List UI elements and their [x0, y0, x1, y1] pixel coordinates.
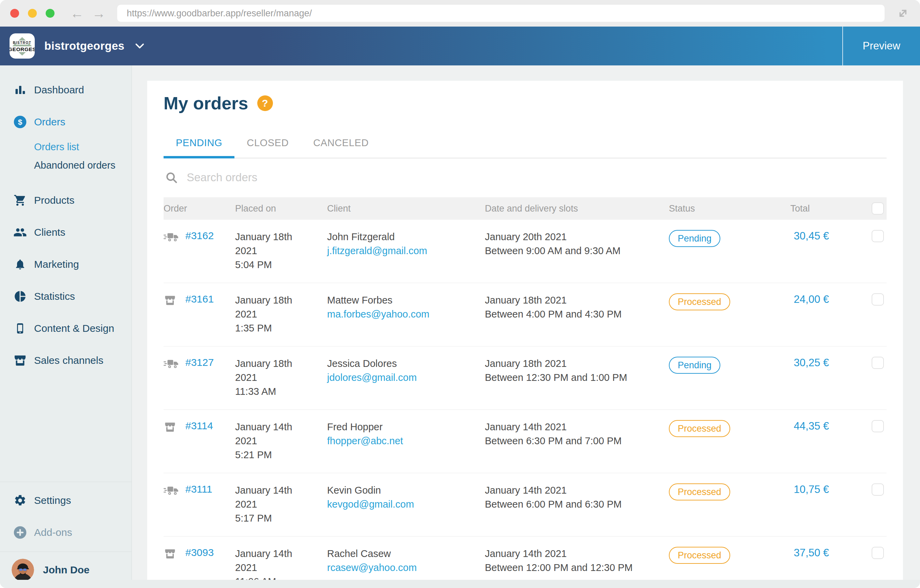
status-badge: Pending [669, 230, 720, 247]
client-email-link[interactable]: fhopper@abc.net [327, 434, 485, 448]
window-bottom-edge [0, 580, 920, 588]
row-checkbox[interactable] [871, 293, 884, 306]
select-all-checkbox[interactable] [871, 202, 884, 215]
sidebar-item-marketing[interactable]: Marketing [0, 253, 131, 275]
search-input[interactable] [186, 171, 885, 184]
order-id-link[interactable]: #3127 [185, 357, 214, 368]
close-window-button[interactable] [10, 9, 19, 18]
client-email-link[interactable]: ma.forbes@yahoo.com [327, 307, 485, 321]
placed-time: 5:21 PM [235, 448, 327, 462]
sidebar-item-products[interactable]: Products [0, 190, 131, 211]
client-email-link[interactable]: jdolores@gmail.com [327, 371, 485, 385]
table-row[interactable]: #3111 January 14th 2021 5:17 PM Kevin Go… [164, 473, 887, 536]
table-row[interactable]: #3162 January 18th 2021 5:04 PM John Fit… [164, 220, 887, 283]
delivery-slot: Between 4:00 PM and 4:30 PM [485, 307, 669, 321]
sidebar-item-label: Statistics [34, 291, 75, 302]
tab-pending[interactable]: PENDING [164, 130, 235, 159]
status-badge: Processed [669, 547, 730, 564]
search-icon [165, 171, 178, 184]
column-header-client: Client [327, 203, 485, 214]
sidebar-item-sales-channels[interactable]: Sales channels [0, 350, 131, 371]
client-email-link[interactable]: j.fitzgerald@gmail.com [327, 244, 485, 258]
order-total: 44,35 € [771, 420, 829, 432]
search-bar [164, 162, 887, 193]
client-email-link[interactable]: rcasew@yahoo.com [327, 561, 485, 575]
orders-card: My orders ? PENDING CLOSED CANCELED Orde… [147, 81, 903, 588]
expand-icon[interactable] [896, 6, 910, 20]
workspace-switcher[interactable]: BISTROT GEORGES bistrotgeorges [0, 33, 144, 58]
sidebar-item-content-design[interactable]: Content & Design [0, 317, 131, 339]
gear-icon [12, 494, 28, 507]
status-badge: Processed [669, 420, 730, 437]
smartphone-icon [12, 322, 28, 335]
order-id-link[interactable]: #3093 [185, 547, 214, 558]
delivery-slot: Between 12:00 PM and 12:30 PM [485, 561, 669, 575]
order-id-link[interactable]: #3114 [185, 420, 213, 432]
sidebar-item-label: Add-ons [34, 527, 72, 538]
client-name: Rachel Casew [327, 547, 485, 561]
delivery-slot: Between 6:30 PM and 7:00 PM [485, 434, 669, 448]
sidebar-item-orders-list[interactable]: Orders list [0, 138, 131, 156]
client-email-link[interactable]: kevgod@gmail.com [327, 497, 485, 511]
forward-icon[interactable]: → [92, 6, 105, 20]
order-total: 24,00 € [771, 293, 829, 306]
table-row[interactable]: #3161 January 18th 2021 1:35 PM Mattew F… [164, 283, 887, 347]
sidebar-item-orders[interactable]: $ Orders [0, 111, 131, 133]
page-title: My orders [164, 93, 248, 113]
store-pickup-icon [164, 295, 179, 308]
sidebar-divider [0, 482, 131, 482]
delivery-slot: Between 12:30 PM and 1:00 PM [485, 371, 669, 385]
sidebar-item-abandoned-orders[interactable]: Abandoned orders [0, 156, 131, 175]
sidebar-item-settings[interactable]: Settings [0, 489, 131, 511]
people-icon [12, 225, 28, 239]
row-checkbox[interactable] [871, 420, 884, 432]
row-checkbox[interactable] [871, 230, 884, 242]
delivery-truck-icon [164, 358, 179, 371]
order-id-link[interactable]: #3162 [185, 230, 214, 241]
delivery-date: January 18th 2021 [485, 357, 669, 371]
address-bar[interactable]: https://www.goodbarber.app/reseller/mana… [117, 5, 884, 22]
placed-date: January 18th 2021 [235, 293, 297, 321]
table-row[interactable]: #3127 January 18th 2021 11:33 AM Jessica… [164, 347, 887, 410]
placed-date: January 18th 2021 [235, 357, 297, 385]
help-icon[interactable]: ? [257, 96, 273, 111]
plus-circle-icon [12, 526, 28, 539]
preview-button[interactable]: Preview [842, 27, 920, 65]
tab-canceled[interactable]: CANCELED [301, 130, 381, 159]
browser-chrome: ← → https://www.goodbarber.app/reseller/… [0, 0, 920, 27]
client-name: Kevin Godin [327, 483, 485, 497]
order-id-link[interactable]: #3161 [185, 293, 214, 305]
delivery-truck-icon [164, 232, 179, 244]
tab-closed[interactable]: CLOSED [235, 130, 301, 159]
row-checkbox[interactable] [871, 483, 884, 496]
sidebar-item-label: Products [34, 194, 74, 206]
placed-date: January 14th 2021 [235, 420, 297, 448]
row-checkbox[interactable] [871, 547, 884, 559]
window-controls [10, 9, 55, 18]
placed-time: 11:33 AM [235, 385, 327, 398]
client-name: Mattew Forbes [327, 293, 485, 307]
row-checkbox[interactable] [871, 357, 884, 369]
client-name: Jessica Dolores [327, 357, 485, 371]
order-total: 30,25 € [771, 357, 829, 369]
maximize-window-button[interactable] [46, 9, 55, 18]
back-icon[interactable]: ← [70, 6, 84, 20]
preview-label: Preview [863, 40, 900, 52]
delivery-date: January 18th 2021 [485, 293, 669, 307]
sidebar-item-statistics[interactable]: Statistics [0, 285, 131, 307]
dollar-circle-icon: $ [12, 115, 28, 129]
storefront-icon [12, 354, 28, 367]
sidebar-item-label: Settings [34, 495, 71, 506]
sidebar-item-add-ons[interactable]: Add-ons [0, 522, 131, 543]
sidebar-item-clients[interactable]: Clients [0, 222, 131, 243]
client-name: John Fitzgerald [327, 230, 485, 244]
minimize-window-button[interactable] [28, 9, 37, 18]
sidebar-item-label: Marketing [34, 259, 79, 270]
sidebar-item-dashboard[interactable]: Dashboard [0, 79, 131, 101]
order-id-link[interactable]: #3111 [185, 483, 212, 495]
avatar [11, 559, 34, 581]
sidebar: Dashboard $ Orders Orders list Abandoned… [0, 65, 132, 588]
table-row[interactable]: #3114 January 14th 2021 5:21 PM Fred Hop… [164, 410, 887, 473]
store-pickup-icon [164, 549, 179, 561]
browser-window: ← → https://www.goodbarber.app/reseller/… [0, 0, 920, 588]
